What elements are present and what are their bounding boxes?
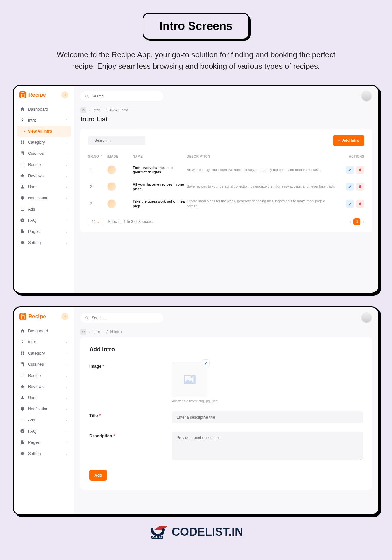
sidebar-item-pages[interactable]: Pages ⌄ [17,226,71,237]
chevron-down-icon: ⌄ [65,452,68,455]
sidebar-item-recipe[interactable]: Recipe⌄ [17,370,71,381]
collapse-sidebar-button[interactable] [61,313,68,320]
chevron-right-icon: › [89,330,90,334]
breadcrumb-item-current: Add Intro [106,330,122,334]
chevron-down-icon: ⌄ [65,363,68,366]
edit-button[interactable] [346,200,354,208]
cell-name: All your favorite recipes in one place [133,182,187,191]
sidebar-item-faq[interactable]: FAQ ⌄ [17,215,71,226]
chevron-down-icon: ⌄ [65,241,68,244]
breadcrumb-item[interactable]: Intro [92,108,100,112]
bell-icon [20,196,25,200]
cell-name: Take the guesswork out of meal prep [133,199,187,208]
grid-icon [20,351,25,355]
page-size-select[interactable]: 10 ⌄ [88,218,103,226]
gear-icon [20,451,25,456]
image-placeholder-icon [182,371,198,387]
nav-label: Pages [28,440,40,445]
breadcrumb-item-current: View All Intro [106,108,128,112]
sidebar-item-user[interactable]: User ⌄ [17,181,71,192]
collapse-sidebar-button[interactable] [61,91,68,98]
delete-button[interactable] [356,166,364,174]
chevron-down-icon: ⌄ [65,163,68,166]
image-upload[interactable] [172,362,207,397]
cell-description: Create meal plans for the week, generate… [187,199,336,209]
image-label: Image * [89,362,172,369]
search-icon [85,94,89,98]
sidebar-item-notification[interactable]: Notification ⌄ [17,192,71,204]
sidebar-item-ads[interactable]: Ads ⌄ [17,204,71,215]
sidebar-item-user[interactable]: User⌄ [17,392,71,403]
button-label: Add Intro [342,138,359,143]
page-next-button[interactable]: › [363,220,364,224]
col-description: DESCRIPTION [187,155,336,158]
avatar[interactable] [361,312,372,323]
nav-label: Intro [28,118,36,123]
sidebar-item-cuisines[interactable]: Cuisines⌄ [17,359,71,370]
submit-button[interactable]: Add [89,470,107,481]
sidebar-item-recipe[interactable]: Recipe ⌄ [17,159,71,170]
pencil-icon [348,185,352,189]
sidebar-item-category[interactable]: Category⌄ [17,348,71,359]
cell-name: From everyday meals to gourmet delights [133,165,187,175]
global-search[interactable] [80,313,163,323]
search-icon [85,316,89,320]
question-icon [20,218,25,223]
nav-label: FAQ [28,218,36,223]
breadcrumb-item[interactable]: Intro [92,330,100,334]
sidebar-item-pages[interactable]: Pages⌄ [17,437,71,448]
edit-button[interactable] [346,166,354,174]
edit-button[interactable] [346,183,354,191]
add-intro-button[interactable]: + Add Intro [333,135,364,146]
title-input[interactable] [172,411,363,423]
table-search[interactable] [88,136,145,145]
book-icon [20,373,25,378]
avatar[interactable] [361,91,372,102]
sidebar-item-intro[interactable]: Intro⌄ [17,336,71,348]
trash-icon [358,185,362,189]
footer-brand: CodeList CODELIST.IN [13,525,379,539]
sidebar-item-category[interactable]: Category ⌄ [17,137,71,148]
image-edit-button[interactable] [202,360,209,367]
nav-label: Pages [28,229,40,234]
table-search-input[interactable] [94,138,142,143]
question-icon [20,429,25,434]
table-row: 1 From everyday meals to gourmet delight… [88,162,364,178]
nav-label: Setting [28,451,41,456]
sidebar-item-ads[interactable]: Ads⌄ [17,414,71,426]
nav-label: Dashboard [28,107,48,111]
col-sr[interactable]: SR.NO ⌃ [88,155,107,158]
delete-button[interactable] [356,183,364,191]
chevron-down-icon: ⌄ [65,374,68,377]
sidebar-item-setting[interactable]: Setting⌄ [17,448,71,459]
page-current[interactable]: 1 [354,218,360,225]
nav-label: Category [28,351,45,355]
sidebar-item-notification[interactable]: Notification⌄ [17,403,71,414]
svg-text:CodeList: CodeList [152,536,162,538]
row-image [107,182,116,191]
description-textarea[interactable] [172,432,363,460]
sidebar-item-dashboard[interactable]: Dashboard [17,325,71,336]
sidebar-item-cuisines[interactable]: Cuisines ⌄ [17,148,71,159]
cell-sr: 1 [88,168,107,172]
brand-name: Recipe [28,92,46,98]
delete-button[interactable] [356,200,364,208]
cell-description: Save recipes to your personal collection… [187,184,336,189]
chevron-down-icon: ⌄ [65,152,68,155]
nav-label: Cuisines [28,362,44,367]
sidebar-item-reviews[interactable]: Reviews ⌄ [17,170,71,181]
chevron-down-icon: ⌄ [65,351,68,355]
breadcrumb-home-icon[interactable] [80,107,86,113]
sidebar-item-dashboard[interactable]: Dashboard [17,104,71,115]
global-search[interactable] [80,91,163,101]
sidebar-item-faq[interactable]: FAQ⌄ [17,426,71,437]
search-input[interactable] [92,94,159,98]
search-input[interactable] [92,316,159,320]
sidebar-subitem-view-all-intro[interactable]: View All Intro [17,126,71,137]
breadcrumb-home-icon[interactable] [80,329,86,335]
sidebar-item-reviews[interactable]: Reviews⌄ [17,381,71,392]
sidebar-item-setting[interactable]: Setting ⌄ [17,237,71,248]
page-prev-button[interactable]: ‹ [350,220,351,224]
nav-label: Reviews [28,384,44,389]
sidebar-item-intro[interactable]: Intro ⌃ [17,115,71,126]
